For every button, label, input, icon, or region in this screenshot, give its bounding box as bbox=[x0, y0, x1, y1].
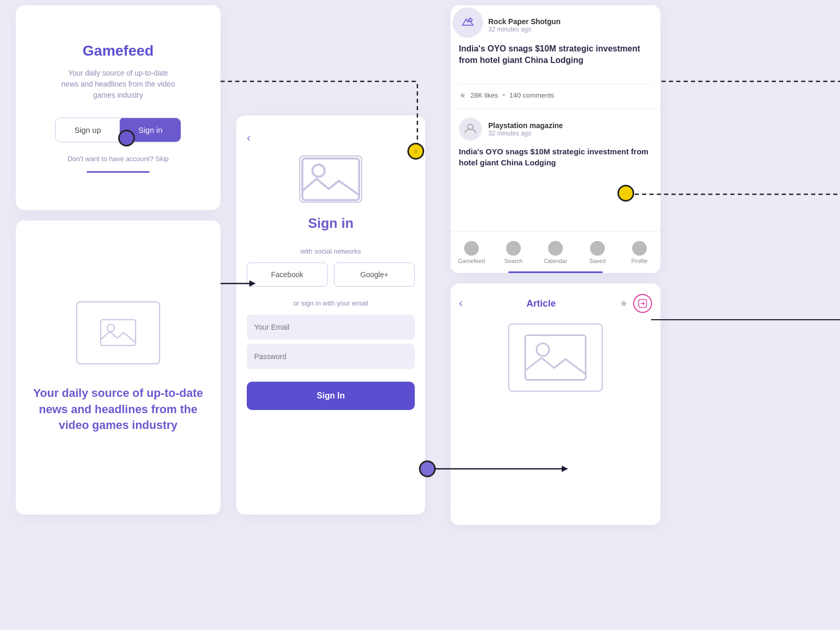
source-time-1: 32 minutes ago bbox=[488, 26, 561, 33]
separator-dot: • bbox=[502, 90, 506, 100]
annotation-dot-4 bbox=[419, 460, 436, 477]
likes-count-1: 28K likes bbox=[470, 91, 498, 99]
svg-point-6 bbox=[107, 324, 114, 332]
source-avatar-2 bbox=[459, 118, 482, 141]
annotation-dot-2 bbox=[118, 130, 135, 146]
news-article-2: Playstation magazine 32 minutes ago Indi… bbox=[450, 109, 660, 185]
source-name-1: Rock Paper Shotgun bbox=[488, 17, 561, 26]
svg-rect-7 bbox=[302, 158, 359, 200]
svg-point-8 bbox=[312, 164, 324, 176]
back-button[interactable]: ‹ bbox=[247, 131, 250, 145]
divider-1 bbox=[459, 83, 652, 84]
source-name-2: Playstation magazine bbox=[488, 121, 563, 130]
source-time-2: 32 minutes ago bbox=[488, 130, 563, 137]
share-button[interactable] bbox=[633, 294, 652, 313]
screen-newsfeed: Rock Paper Shotgun 32 minutes ago India'… bbox=[450, 5, 660, 273]
svg-point-13 bbox=[537, 343, 549, 356]
annotation-dot-3 bbox=[617, 185, 634, 202]
nav-calendar[interactable]: Calendar bbox=[534, 241, 576, 264]
nav-profile[interactable]: Profile bbox=[618, 241, 660, 264]
svg-point-14 bbox=[469, 18, 472, 22]
article-header: ‹ Article ★ bbox=[459, 294, 652, 313]
gamefeed-subtitle: Your daily source of up-to-datenews and … bbox=[61, 68, 175, 101]
screen-article: ‹ Article ★ bbox=[450, 284, 660, 525]
article-actions: ★ bbox=[620, 294, 652, 313]
article-image-placeholder bbox=[508, 323, 603, 392]
news-footer-1: ★ 28K likes • 140 comments bbox=[450, 90, 660, 109]
tab-underline bbox=[87, 171, 150, 173]
annotation-dot-1: ○ bbox=[407, 143, 424, 160]
nav-saved[interactable]: Saved bbox=[576, 241, 618, 264]
signup-button[interactable]: Sign up bbox=[56, 118, 120, 142]
nav-active-indicator bbox=[508, 271, 603, 273]
nav-label-gamefeed: Gamefeed bbox=[458, 258, 485, 264]
article-title-2: India's OYO snags $10M strategic investm… bbox=[459, 146, 652, 168]
email-label: or sign in with your email bbox=[293, 299, 368, 307]
image-placeholder bbox=[76, 301, 160, 364]
email-input[interactable] bbox=[247, 314, 415, 340]
article-back-button[interactable]: ‹ bbox=[459, 297, 463, 310]
password-input[interactable] bbox=[247, 344, 415, 369]
comments-count-1: 140 comments bbox=[509, 91, 554, 99]
screen-gamefeed: Gamefeed Your daily source of up-to-date… bbox=[16, 5, 220, 210]
nav-search[interactable]: Search bbox=[492, 241, 534, 264]
nav-label-search: Search bbox=[505, 258, 523, 264]
gamefeed-icon-badge bbox=[453, 7, 483, 38]
svg-rect-5 bbox=[101, 320, 136, 345]
news-article-1-content: India's OYO snags $10M strategic investm… bbox=[450, 43, 660, 83]
star-icon-1[interactable]: ★ bbox=[459, 90, 466, 100]
email-form bbox=[247, 314, 415, 369]
article-title-1: India's OYO snags $10M strategic investm… bbox=[459, 43, 652, 67]
facebook-button[interactable]: Facebook bbox=[247, 262, 328, 287]
screen-bottom-left: Your daily source of up-to-date news and… bbox=[16, 220, 220, 514]
google-button[interactable]: Google+ bbox=[334, 262, 415, 287]
navigation-bar: Gamefeed Search Calendar Saved Profile bbox=[450, 231, 660, 273]
gamefeed-title: Gamefeed bbox=[82, 43, 153, 59]
nav-label-profile: Profile bbox=[631, 258, 647, 264]
svg-rect-12 bbox=[525, 335, 585, 380]
bottom-left-text: Your daily source of up-to-date news and… bbox=[32, 385, 205, 434]
signin-submit-button[interactable]: Sign In bbox=[247, 382, 415, 410]
signin-title: Sign in bbox=[308, 215, 354, 232]
signin-image-placeholder bbox=[299, 155, 362, 203]
social-label: with social networks bbox=[300, 247, 361, 255]
nav-label-saved: Saved bbox=[589, 258, 605, 264]
article-star-icon[interactable]: ★ bbox=[620, 298, 628, 309]
nav-label-calendar: Calendar bbox=[544, 258, 568, 264]
nav-gamefeed[interactable]: Gamefeed bbox=[450, 241, 492, 264]
article-page-title: Article bbox=[527, 298, 556, 309]
skip-text[interactable]: Don't want to have account? Skip bbox=[68, 155, 169, 163]
screen-signin: ‹ Sign in with social networks Facebook … bbox=[236, 116, 425, 514]
social-buttons: Facebook Google+ bbox=[247, 262, 415, 287]
